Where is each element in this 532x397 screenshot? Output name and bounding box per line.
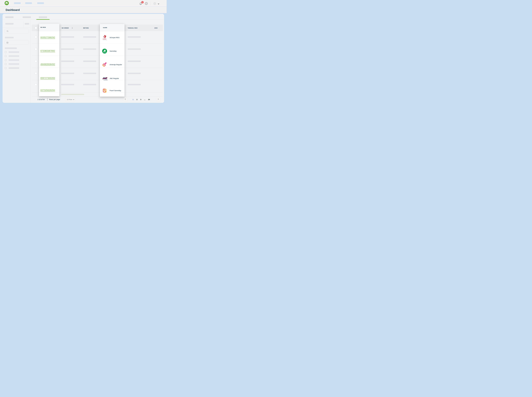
- paxel-logo-icon: [102, 88, 107, 93]
- kurir-column-panel: KURIR SICEPAT EKSPRES SiCepat REG: [100, 24, 125, 97]
- tab-1[interactable]: [5, 15, 13, 19]
- panel-cell-divider: [39, 56, 60, 56]
- panel-cell-divider: [100, 56, 125, 56]
- resi-link[interactable]: 073383387892: [40, 50, 55, 52]
- column-header-no-resi: NO RESI: [40, 27, 60, 28]
- kurir-panel-header: KURIR: [100, 24, 125, 31]
- filter-checkbox-2[interactable]: [5, 55, 6, 57]
- filter-checkbox-1[interactable]: [5, 51, 6, 53]
- column-header-kurir: KURIR: [103, 27, 125, 28]
- filter-option-placeholder-4: [9, 63, 19, 65]
- search-icon: [6, 30, 8, 33]
- cloud-logo-icon: [5, 1, 8, 5]
- skeleton-metode: [83, 61, 96, 62]
- svg-text:JNE: JNE: [102, 77, 107, 80]
- page-number-2[interactable]: 2: [136, 99, 137, 100]
- select-chevron-down-icon: [73, 99, 74, 100]
- tab-1-label-placeholder: [5, 16, 13, 18]
- filter-checkbox-4[interactable]: [5, 63, 6, 65]
- skeleton-tanggal-resi: [128, 49, 141, 50]
- svg-text:EXPRESS: EXPRESS: [104, 80, 108, 80]
- panel-cell-divider: [100, 68, 125, 68]
- kurir-name: Anteraja Regular: [110, 64, 122, 66]
- svg-text:SICEPAT: SICEPAT: [103, 38, 106, 39]
- skeleton-tanggal-resi: [128, 73, 141, 74]
- sicepat-logo-icon: SICEPAT EKSPRES: [102, 35, 107, 40]
- search-input[interactable]: [5, 29, 29, 33]
- top-navigation-bar: 2 ?: [0, 0, 167, 6]
- row-checkbox[interactable]: [35, 60, 37, 62]
- panel-cell-divider: [39, 80, 60, 80]
- tab-2-label-placeholder: [23, 16, 31, 18]
- resi-link[interactable]: 027329328284: [40, 89, 55, 92]
- svg-text:GrabExpress: GrabExpress: [103, 52, 106, 53]
- panel-cell-divider: [100, 43, 125, 43]
- bell-icon: [139, 4, 142, 6]
- anteraja-logo-icon: [102, 62, 107, 67]
- sort-desc-icon[interactable]: [72, 27, 73, 29]
- tab-3-active[interactable]: [39, 15, 47, 19]
- nav-item-placeholder-2: [25, 2, 32, 4]
- date-range-input[interactable]: [5, 40, 29, 44]
- row-checkbox[interactable]: [35, 83, 37, 86]
- filter-option-placeholder-3: [9, 59, 19, 61]
- kurir-name: JNE Regular: [110, 77, 119, 79]
- svg-text:EKSPRES: EKSPRES: [104, 40, 107, 40]
- notification-badge: 2: [141, 1, 144, 3]
- no-resi-column-panel: NO RESI 003527288292 073383387892 484683…: [39, 24, 60, 96]
- next-page-button[interactable]: [156, 97, 160, 102]
- column-header-tanggal-resi: TANGGAL RESI: [128, 27, 137, 29]
- footer-text-divider: [47, 98, 48, 101]
- skeleton-no-order: [61, 49, 74, 50]
- page-number-1[interactable]: 1: [133, 99, 134, 100]
- kurir-name: SiCepat REG: [110, 37, 119, 38]
- page-title: Dashboard: [6, 8, 20, 12]
- filter-checkbox-3[interactable]: [5, 59, 6, 61]
- resi-link[interactable]: 003527288292: [40, 36, 55, 39]
- skeleton-tanggal-resi: [128, 61, 141, 62]
- resi-link[interactable]: 484683938492: [40, 63, 55, 66]
- help-button[interactable]: ?: [145, 2, 147, 5]
- filter-option-placeholder-1: [9, 51, 19, 53]
- filter-checkbox-5[interactable]: [5, 67, 6, 69]
- sidebar-section-divider: [3, 27, 30, 28]
- skeleton-metode: [83, 84, 96, 85]
- page-ellipsis: ...: [144, 99, 146, 100]
- skeleton-no-order: [61, 84, 74, 85]
- grabexpress-logo-icon: GrabExpress: [102, 49, 107, 54]
- previous-page-button[interactable]: [123, 97, 128, 102]
- rows-per-page-select[interactable]: 10 Row: [65, 97, 75, 102]
- filter-option-placeholder-5: [9, 67, 19, 69]
- page-number-24[interactable]: 24: [148, 99, 150, 100]
- row-checkbox[interactable]: [35, 72, 37, 74]
- no-resi-panel-header: NO RESI: [39, 24, 60, 31]
- rows-per-page-value: 10 Row: [67, 99, 72, 100]
- pagination-range-label: 1-10 of 54: [37, 99, 45, 100]
- column-header-no-order[interactable]: NO ORDER: [62, 27, 69, 29]
- row-checkbox[interactable]: [35, 36, 37, 38]
- tab-3-label-placeholder: [39, 16, 47, 18]
- account-menu-button[interactable]: [158, 3, 159, 5]
- kurir-name: Paxel Sameday: [110, 90, 121, 92]
- row-checkbox[interactable]: [35, 48, 37, 50]
- nav-item-placeholder-3: [37, 2, 44, 4]
- question-mark-icon: ?: [146, 3, 147, 4]
- tab-2[interactable]: [23, 15, 31, 19]
- column-header-metode: METODE: [83, 27, 89, 29]
- resi-link[interactable]: 659727300283: [40, 77, 55, 80]
- skeleton-metode: [83, 73, 96, 74]
- horizontal-scrollbar-thumb[interactable]: [61, 94, 84, 95]
- chevron-down-icon: [158, 3, 159, 5]
- nav-item-placeholder-1: [14, 2, 21, 4]
- page-number-3[interactable]: 3: [140, 99, 141, 100]
- app-logo[interactable]: [5, 1, 9, 5]
- reset-link-placeholder: [25, 23, 29, 25]
- filter-title-placeholder: [5, 23, 13, 25]
- chevron-left-icon: [125, 98, 126, 100]
- panel-cell-divider: [39, 68, 60, 68]
- sidebar-divider: [30, 20, 31, 103]
- select-all-checkbox[interactable]: [35, 27, 37, 29]
- user-avatar[interactable]: [153, 2, 156, 5]
- dashboard-card: NO ORDER METODE TANGGAL RESI AKSI NO RES…: [3, 14, 164, 103]
- jne-logo-icon: JNE EXPRESS: [102, 76, 107, 81]
